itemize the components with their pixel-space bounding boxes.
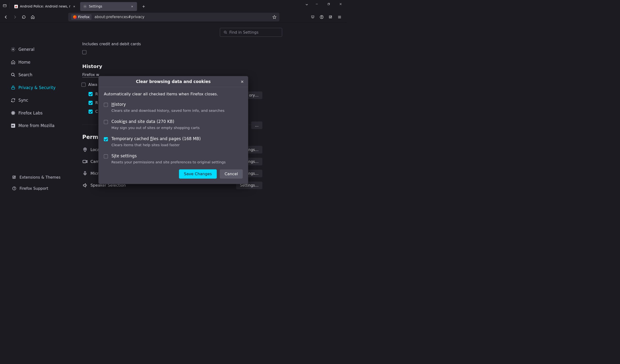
maximize-button[interactable] <box>323 0 335 8</box>
cookies-desc: May sign you out of sites or empty shopp… <box>111 126 200 130</box>
bookmark-star-icon[interactable] <box>272 15 277 19</box>
cache-checkbox-label[interactable]: Temporary cached files and pages (168 MB… <box>111 136 201 141</box>
microphone-icon <box>82 171 88 176</box>
cache-desc: Clears items that help sites load faster <box>111 143 201 147</box>
account-button[interactable] <box>318 14 325 20</box>
sidebar-item-extensions[interactable]: Extensions & Themes <box>12 172 66 183</box>
cancel-button[interactable]: Cancel <box>220 169 243 179</box>
svg-rect-20 <box>85 171 86 174</box>
checkbox[interactable] <box>82 50 86 54</box>
sidebar-item-sync[interactable]: Sync <box>11 94 65 107</box>
tab-title: Settings <box>89 5 128 8</box>
sidebar-item-label: Home <box>18 60 31 65</box>
dialog-close-button[interactable] <box>240 79 245 84</box>
urlbar-url: about:preferences#privacy <box>94 15 144 19</box>
history-section-title: History <box>82 63 262 69</box>
forward-button[interactable] <box>12 14 18 20</box>
label-fragment: R <box>95 100 98 105</box>
sidebar-item-general[interactable]: General <box>11 43 65 56</box>
identity-badge[interactable]: Firefox <box>71 14 92 20</box>
label-fragment: Alwa <box>88 82 97 87</box>
label-fragment: C <box>95 109 98 114</box>
history-desc: Clears site and download history, saved … <box>111 109 225 113</box>
cookies-checkbox[interactable] <box>104 120 108 124</box>
svg-point-9 <box>11 73 14 76</box>
tab-android-police[interactable]: Android Police: Android news, r <box>11 2 79 11</box>
history-checkbox-label[interactable]: History <box>111 102 225 107</box>
pocket-button[interactable] <box>310 14 316 20</box>
reload-button[interactable] <box>21 14 27 20</box>
settings-sidebar: General Home Search Privacy & Security S… <box>11 43 65 132</box>
home-button[interactable] <box>30 14 36 20</box>
svg-point-18 <box>85 149 86 150</box>
dialog-title: Clear browsing data and cookies <box>136 79 210 84</box>
svg-point-11 <box>13 113 14 113</box>
sidebar-item-label: Privacy & Security <box>18 85 55 90</box>
puzzle-icon <box>12 175 16 180</box>
lock-icon <box>11 85 16 90</box>
search-icon <box>224 30 227 34</box>
checkbox[interactable] <box>89 101 93 105</box>
dialog-item-cookies: Cookies and site data (270 KB) May sign … <box>104 119 243 130</box>
svg-point-8 <box>13 49 14 50</box>
firefox-logo-icon <box>73 15 77 19</box>
sidebar-item-home[interactable]: Home <box>11 56 65 68</box>
site-settings-checkbox[interactable] <box>104 154 108 159</box>
checkbox[interactable] <box>82 83 86 87</box>
tab-title: Android Police: Android news, r <box>20 5 70 8</box>
svg-rect-19 <box>83 160 86 163</box>
dialog-item-history: History Clears site and download history… <box>104 102 243 113</box>
sync-icon <box>11 98 16 103</box>
svg-point-7 <box>224 31 226 33</box>
mozilla-icon <box>11 123 16 128</box>
list-all-tabs-button[interactable] <box>305 3 309 7</box>
site-settings-checkbox-label[interactable]: Site settings <box>111 153 225 158</box>
sidebar-item-support[interactable]: Firefox Support <box>12 183 66 194</box>
cache-checkbox[interactable] <box>104 137 108 141</box>
sidebar-item-label: Firefox Labs <box>18 111 43 115</box>
save-changes-button[interactable]: Save Changes <box>179 169 217 179</box>
cookies-checkbox-label[interactable]: Cookies and site data (270 KB) <box>111 119 200 124</box>
sidebar-item-label: Sync <box>18 98 28 103</box>
menu-button[interactable] <box>336 14 343 20</box>
sidebar-item-label: Firefox Support <box>19 186 48 190</box>
svg-point-6 <box>321 16 322 17</box>
sidebar-item-label: Search <box>18 72 32 77</box>
svg-rect-10 <box>12 87 15 89</box>
checkbox[interactable] <box>89 110 93 114</box>
tab-settings[interactable]: Settings <box>80 2 137 11</box>
extensions-button[interactable] <box>327 14 334 20</box>
svg-rect-0 <box>3 5 6 7</box>
site-settings-desc: Resets your permissions and site prefere… <box>111 160 225 164</box>
home-icon <box>11 60 16 64</box>
close-tab-button[interactable] <box>72 5 76 8</box>
urlbar[interactable]: Firefox about:preferences#privacy <box>68 13 279 21</box>
new-tab-button[interactable] <box>140 3 147 10</box>
gear-icon <box>11 47 16 52</box>
clear-data-dialog: Clear browsing data and cookies Automati… <box>98 76 248 184</box>
dialog-item-cache: Temporary cached files and pages (168 MB… <box>104 136 243 147</box>
clear-data-button[interactable]: … <box>251 121 262 129</box>
back-button[interactable] <box>3 14 9 20</box>
credit-cards-note: Includes credit and debit cards <box>82 42 262 46</box>
sidebar-item-search[interactable]: Search <box>11 68 65 81</box>
close-window-button[interactable] <box>335 0 347 8</box>
dialog-description: Automatically clear all checked items wh… <box>104 92 243 96</box>
sidebar-item-more-mozilla[interactable]: More from Mozilla <box>11 119 65 132</box>
minimize-button[interactable] <box>311 0 323 8</box>
sidebar-item-label: More from Mozilla <box>18 123 54 128</box>
label-fragment: R <box>95 92 98 96</box>
location-icon <box>82 147 88 152</box>
recent-history-button[interactable] <box>2 3 8 9</box>
dialog-header: Clear browsing data and cookies <box>98 76 248 87</box>
gear-icon <box>83 5 87 8</box>
titlebar: Android Police: Android news, r Settings <box>0 0 347 11</box>
sidebar-item-labs[interactable]: Firefox Labs <box>11 106 65 119</box>
history-checkbox[interactable] <box>104 103 108 107</box>
checkbox[interactable] <box>89 92 93 96</box>
settings-search-input[interactable]: Find in Settings <box>220 28 282 37</box>
close-tab-button[interactable] <box>130 5 134 8</box>
sidebar-item-privacy[interactable]: Privacy & Security <box>11 81 65 94</box>
help-icon <box>12 186 16 191</box>
dialog-item-site-settings: Site settings Resets your permissions an… <box>104 153 243 164</box>
